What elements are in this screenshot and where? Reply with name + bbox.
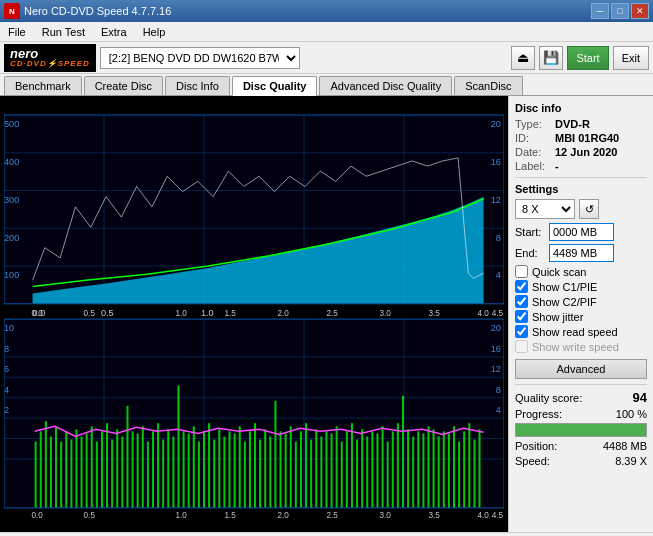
show-c2-label: Show C2/PIF [532, 296, 597, 308]
svg-rect-73 [183, 431, 185, 508]
svg-rect-85 [244, 442, 246, 508]
end-input[interactable] [549, 244, 614, 262]
svg-text:10: 10 [4, 323, 14, 333]
type-label: Type: [515, 118, 551, 130]
show-c2-checkbox[interactable] [515, 295, 528, 308]
svg-text:16: 16 [491, 157, 501, 167]
start-label: Start: [515, 226, 545, 238]
svg-rect-103 [336, 426, 338, 508]
progress-label: Progress: [515, 408, 562, 420]
svg-rect-102 [331, 433, 333, 507]
svg-rect-100 [320, 436, 322, 507]
quick-scan-checkbox[interactable] [515, 265, 528, 278]
save-icon-button[interactable]: 💾 [539, 46, 563, 70]
svg-rect-66 [147, 442, 149, 508]
menu-bar: File Run Test Extra Help [0, 22, 653, 42]
exit-button[interactable]: Exit [613, 46, 649, 70]
menu-help[interactable]: Help [139, 25, 170, 39]
show-read-speed-label: Show read speed [532, 326, 618, 338]
chart-svg: 20 16 12 8 4 500 400 300 200 100 0.0 0.5… [4, 100, 504, 528]
svg-rect-105 [346, 431, 348, 508]
svg-rect-48 [55, 426, 57, 508]
svg-rect-68 [157, 423, 159, 508]
start-input[interactable] [549, 223, 614, 241]
svg-rect-83 [234, 433, 236, 507]
progress-bar-fill [516, 424, 646, 436]
show-read-speed-checkbox[interactable] [515, 325, 528, 338]
label-value: - [555, 160, 559, 172]
svg-rect-109 [366, 436, 368, 507]
tab-create-disc[interactable]: Create Disc [84, 76, 163, 95]
progress-bar [515, 423, 647, 437]
svg-rect-67 [152, 431, 154, 508]
menu-file[interactable]: File [4, 25, 30, 39]
tab-benchmark[interactable]: Benchmark [4, 76, 82, 95]
svg-text:20: 20 [491, 323, 501, 333]
show-write-speed-checkbox[interactable] [515, 340, 528, 353]
svg-rect-61 [121, 436, 123, 507]
tab-scandisc[interactable]: ScanDisc [454, 76, 522, 95]
svg-text:0.5: 0.5 [84, 511, 96, 520]
settings-refresh-icon[interactable]: ↺ [579, 199, 599, 219]
tab-advanced-disc-quality[interactable]: Advanced Disc Quality [319, 76, 452, 95]
svg-text:1.0: 1.0 [175, 511, 187, 520]
svg-rect-126 [453, 426, 455, 508]
svg-rect-86 [249, 431, 251, 508]
show-c1-checkbox[interactable] [515, 280, 528, 293]
speed-select[interactable]: 8 X [515, 199, 575, 219]
svg-text:400: 400 [4, 157, 19, 167]
close-button[interactable]: ✕ [631, 3, 649, 19]
svg-rect-51 [70, 440, 72, 508]
svg-text:20: 20 [491, 119, 501, 129]
svg-rect-52 [75, 429, 77, 508]
maximize-button[interactable]: □ [611, 3, 629, 19]
main-content: 20 16 12 8 4 500 400 300 200 100 0.0 0.5… [0, 96, 653, 532]
quick-scan-label: Quick scan [532, 266, 586, 278]
show-jitter-checkbox[interactable] [515, 310, 528, 323]
id-label: ID: [515, 132, 551, 144]
position-label: Position: [515, 440, 557, 452]
settings-title: Settings [515, 183, 647, 195]
tab-disc-quality[interactable]: Disc Quality [232, 76, 318, 96]
svg-rect-114 [392, 431, 394, 508]
svg-rect-106 [351, 423, 353, 508]
type-value: DVD-R [555, 118, 590, 130]
svg-text:0.0: 0.0 [32, 309, 44, 318]
svg-text:500: 500 [4, 119, 19, 129]
svg-rect-79 [213, 440, 215, 508]
eject-icon-button[interactable]: ⏏ [511, 46, 535, 70]
speed-value: 8.39 X [615, 455, 647, 467]
svg-rect-56 [96, 442, 98, 508]
chart-area: 20 16 12 8 4 500 400 300 200 100 0.0 0.5… [0, 96, 508, 532]
toolbar: nero CD·DVD⚡SPEED [2:2] BENQ DVD DD DW16… [0, 42, 653, 74]
menu-extra[interactable]: Extra [97, 25, 131, 39]
svg-rect-104 [341, 442, 343, 508]
svg-rect-87 [254, 423, 256, 508]
date-value: 12 Jun 2020 [555, 146, 617, 158]
svg-text:3.0: 3.0 [380, 511, 392, 520]
svg-rect-44 [35, 442, 37, 508]
svg-text:2.5: 2.5 [326, 309, 338, 318]
svg-rect-131 [478, 429, 480, 508]
svg-text:2: 2 [4, 405, 9, 415]
stats-area: PI Errors Average: 88.66 Maximum: 251 To… [0, 532, 653, 536]
svg-rect-77 [203, 431, 205, 508]
date-label: Date: [515, 146, 551, 158]
svg-rect-70 [167, 429, 169, 508]
svg-text:4: 4 [496, 270, 501, 280]
svg-rect-91 [274, 401, 276, 508]
svg-rect-96 [300, 431, 302, 508]
menu-run-test[interactable]: Run Test [38, 25, 89, 39]
start-button[interactable]: Start [567, 46, 608, 70]
tab-disc-info[interactable]: Disc Info [165, 76, 230, 95]
svg-rect-92 [280, 431, 282, 508]
svg-text:2.0: 2.0 [277, 511, 289, 520]
right-panel: Disc info Type: DVD-R ID: MBI 01RG40 Dat… [508, 96, 653, 532]
svg-text:1.5: 1.5 [224, 309, 236, 318]
minimize-button[interactable]: ─ [591, 3, 609, 19]
svg-rect-122 [433, 429, 435, 508]
svg-text:4: 4 [4, 385, 9, 395]
drive-dropdown[interactable]: [2:2] BENQ DVD DD DW1620 B7W9 [100, 47, 300, 69]
svg-rect-84 [239, 426, 241, 508]
advanced-button[interactable]: Advanced [515, 359, 647, 379]
